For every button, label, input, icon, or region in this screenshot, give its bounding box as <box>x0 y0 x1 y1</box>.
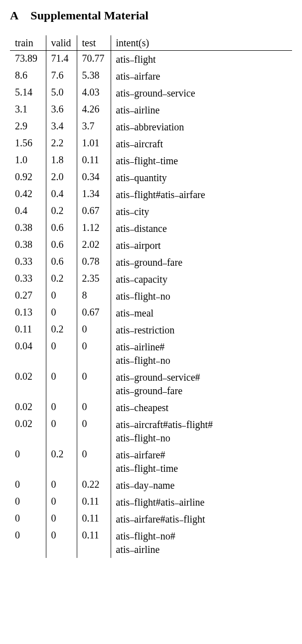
cell-intent: atisflight#atisairline <box>111 494 292 511</box>
intent-label: atisflighttime <box>116 154 288 168</box>
cell-valid: 0.6 <box>46 220 77 237</box>
cell-test: 0 <box>77 322 111 338</box>
intent-label: atisflightno <box>116 290 288 303</box>
table-row: 0.110.20atisrestriction <box>10 322 292 338</box>
cell-train: 0.42 <box>10 186 46 203</box>
intent-label: atismeal <box>116 307 288 320</box>
cell-train: 0.11 <box>10 322 46 338</box>
table-row: 0.0200atisgroundservice#atisgroundfare <box>10 369 292 399</box>
cell-test: 0.11 <box>77 494 111 511</box>
cell-intent: atischeapest <box>111 399 292 416</box>
cell-intent: atisflightno#atisairline <box>111 528 292 558</box>
intent-label: atisflightno# <box>116 530 288 543</box>
cell-test: 4.03 <box>77 85 111 102</box>
cell-train: 0.4 <box>10 203 46 220</box>
table-row: 0.330.60.78atisgroundfare <box>10 254 292 271</box>
cell-train: 1.0 <box>10 152 46 169</box>
cell-intent: atisairfare#atisflighttime <box>111 446 292 477</box>
cell-intent: atiscity <box>111 203 292 220</box>
cell-test: 70.77 <box>77 51 111 68</box>
intent-label: atisairline <box>116 543 288 556</box>
cell-valid: 0.2 <box>46 446 77 477</box>
cell-train: 0 <box>10 446 46 477</box>
table-row: 0.0200atischeapest <box>10 399 292 416</box>
intent-label: atisabbreviation <box>116 120 288 134</box>
cell-intent: atisairfare <box>111 68 292 85</box>
table-row: 0.40.20.67atiscity <box>10 203 292 220</box>
cell-valid: 0.2 <box>46 203 77 220</box>
cell-valid: 7.6 <box>46 68 77 85</box>
cell-test: 0.22 <box>77 477 111 494</box>
cell-intent: atisflight#atisairfare <box>111 186 292 203</box>
cell-valid: 0 <box>46 528 77 558</box>
table-row: 000.11atisflightno#atisairline <box>10 528 292 558</box>
intent-label: atisaircraft <box>116 137 288 151</box>
cell-test: 5.38 <box>77 68 111 85</box>
intent-label: atisrestriction <box>116 323 288 337</box>
table-row: 0.0400atisairline#atisflightno <box>10 338 292 369</box>
intent-label: atisaircraft#atisflight# <box>116 418 288 431</box>
intent-label: atisairfare#atisflight <box>116 513 288 526</box>
cell-test: 0.11 <box>77 528 111 558</box>
intent-label: atisflightno <box>116 354 288 367</box>
table-row: 2.93.43.7atisabbreviation <box>10 118 292 135</box>
cell-test: 1.01 <box>77 135 111 152</box>
cell-valid: 0.2 <box>46 322 77 338</box>
cell-test: 0 <box>77 446 111 477</box>
intent-label: atisquantity <box>116 171 288 185</box>
table-row: 000.11atisflight#atisairline <box>10 494 292 511</box>
cell-train: 3.1 <box>10 102 46 118</box>
table-row: 0.330.22.35atiscapacity <box>10 271 292 288</box>
cell-test: 2.02 <box>77 237 111 254</box>
intent-label: atiscapacity <box>116 273 288 286</box>
cell-intent: atisdistance <box>111 220 292 237</box>
table-row: 3.13.64.26atisairline <box>10 102 292 118</box>
intent-table: train valid test intent(s) 73.8971.470.7… <box>10 35 292 558</box>
cell-train: 8.6 <box>10 68 46 85</box>
section-heading: A Supplemental Material <box>10 9 292 22</box>
cell-valid: 0 <box>46 399 77 416</box>
table-row: 5.145.04.03atisgroundservice <box>10 85 292 102</box>
table-header-row: train valid test intent(s) <box>10 35 292 51</box>
cell-test: 0.67 <box>77 203 111 220</box>
cell-valid: 0.6 <box>46 237 77 254</box>
cell-test: 2.35 <box>77 271 111 288</box>
cell-train: 0 <box>10 511 46 528</box>
cell-test: 0 <box>77 416 111 446</box>
cell-valid: 0 <box>46 338 77 369</box>
table-row: 000.22atisdayname <box>10 477 292 494</box>
cell-test: 4.26 <box>77 102 111 118</box>
intent-label: atisflighttime <box>116 462 288 475</box>
table-row: 000.11atisairfare#atisflight <box>10 511 292 528</box>
intent-label: atisairfare# <box>116 448 288 462</box>
table-row: 0.1300.67atismeal <box>10 305 292 322</box>
cell-valid: 2.2 <box>46 135 77 152</box>
cell-intent: atisaircraft#atisflight#atisflightno <box>111 416 292 446</box>
cell-test: 0 <box>77 369 111 399</box>
table-row: 0.0200atisaircraft#atisflight#atisflight… <box>10 416 292 446</box>
intent-label: atisairport <box>116 239 288 252</box>
table-row: 1.562.21.01atisaircraft <box>10 135 292 152</box>
cell-valid: 71.4 <box>46 51 77 68</box>
cell-test: 8 <box>77 288 111 305</box>
cell-train: 0 <box>10 477 46 494</box>
table-row: 8.67.65.38atisairfare <box>10 68 292 85</box>
cell-intent: atisairfare#atisflight <box>111 511 292 528</box>
intent-label: atisgroundservice# <box>116 371 288 384</box>
cell-test: 0.11 <box>77 511 111 528</box>
cell-train: 0.27 <box>10 288 46 305</box>
section-title: Supplemental Material <box>30 9 149 22</box>
cell-valid: 3.6 <box>46 102 77 118</box>
cell-valid: 0.2 <box>46 271 77 288</box>
cell-valid: 0 <box>46 477 77 494</box>
intent-label: atisairline <box>116 104 288 117</box>
cell-valid: 0.6 <box>46 254 77 271</box>
cell-train: 0.02 <box>10 416 46 446</box>
col-header-train: train <box>10 35 46 51</box>
table-row: 73.8971.470.77atisflight <box>10 51 292 68</box>
intent-label: atiscity <box>116 205 288 218</box>
table-row: 00.20atisairfare#atisflighttime <box>10 446 292 477</box>
cell-test: 0 <box>77 399 111 416</box>
cell-train: 0.13 <box>10 305 46 322</box>
cell-train: 0.33 <box>10 254 46 271</box>
